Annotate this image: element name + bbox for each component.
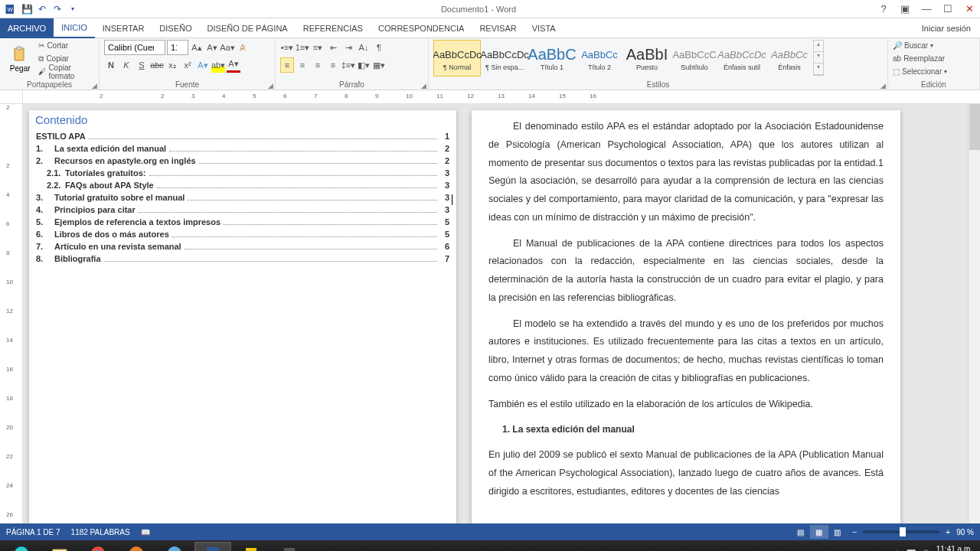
horizontal-ruler[interactable]: 22345678910111213141516 [23, 90, 980, 103]
select-button[interactable]: ⬚Seleccionar▾ [893, 66, 975, 77]
toc-entry[interactable]: 4.Principios para citar3 [36, 204, 449, 216]
help-icon[interactable]: ? [873, 0, 894, 18]
toc-entry[interactable]: 2.1.Tutoriales gratuitos:3 [36, 167, 449, 179]
numbering-icon[interactable]: 1≡▾ [296, 40, 309, 55]
toc-entry[interactable]: 2.2.FAQs about APA Style3 [36, 179, 449, 191]
tab-insertar[interactable]: INSERTAR [95, 18, 152, 38]
italic-icon[interactable]: K [119, 57, 133, 73]
styles-scroll[interactable]: ▴▾▾ [813, 40, 824, 76]
word-taskbar-icon[interactable]: W [194, 542, 231, 551]
align-center-icon[interactable]: ≡ [296, 57, 309, 73]
font-size-combo[interactable] [167, 40, 188, 55]
dialog-launcher-icon[interactable]: ◢ [880, 82, 886, 90]
tab-inicio[interactable]: INICIO [54, 18, 95, 38]
explorer-icon[interactable] [41, 542, 78, 551]
tab-correspondencia[interactable]: CORRESPONDENCIA [371, 18, 472, 38]
multilevel-icon[interactable]: ≡▾ [311, 40, 325, 55]
toc-entry[interactable]: 5.Ejemplos de referencia a textos impres… [36, 216, 449, 228]
subscript-icon[interactable]: x₂ [165, 57, 179, 73]
app2-icon[interactable] [271, 542, 308, 551]
zoom-slider[interactable] [863, 530, 939, 533]
clear-format-icon[interactable]: A̷ [236, 40, 250, 55]
firefox-icon[interactable] [118, 542, 155, 551]
bold-icon[interactable]: N [104, 57, 118, 73]
redo-icon[interactable]: ↷ [51, 2, 64, 16]
page-2[interactable]: El denominado estilo APA es el estándar … [472, 110, 900, 523]
ribbon-display-icon[interactable]: ▣ [894, 0, 916, 18]
save-icon[interactable]: 💾 [20, 2, 34, 16]
strike-icon[interactable]: abc [150, 57, 164, 73]
vertical-scrollbar[interactable] [968, 104, 980, 523]
text-effects-icon[interactable]: A▾ [196, 57, 210, 73]
toc-entry[interactable]: 1.La sexta edición del manual2 [36, 142, 449, 155]
signin-link[interactable]: Iniciar sesión [913, 24, 980, 33]
proofing-icon[interactable]: 📖 [141, 528, 150, 536]
style-normal[interactable]: AaBbCcDc¶ Normal [433, 40, 481, 77]
align-right-icon[interactable]: ≡ [311, 57, 325, 73]
dialog-launcher-icon[interactable]: ◢ [92, 82, 97, 90]
style-ttulo1[interactable]: AaBbCTítulo 1 [528, 40, 576, 77]
find-button[interactable]: 🔎Buscar▾ [893, 40, 975, 51]
zoom-in-icon[interactable]: + [946, 528, 950, 536]
style-ttulo2[interactable]: AaBbCcTítulo 2 [576, 40, 623, 77]
close-icon[interactable]: ✕ [959, 0, 980, 18]
maximize-icon[interactable]: ☐ [937, 0, 959, 18]
justify-icon[interactable]: ≡ [326, 57, 340, 73]
style-puesto[interactable]: AaBbIPuesto [623, 40, 671, 77]
outdent-icon[interactable]: ⇤ [326, 40, 340, 55]
paste-button[interactable]: Pegar [5, 40, 35, 78]
show-marks-icon[interactable]: ¶ [372, 40, 386, 55]
undo-icon[interactable]: ↶ [35, 2, 49, 16]
borders-icon[interactable]: ▦▾ [372, 57, 386, 73]
tab-diseño-de-página[interactable]: DISEÑO DE PÁGINA [200, 18, 296, 38]
qat-customize-icon[interactable]: ▾ [66, 2, 80, 16]
toc-entry[interactable]: ESTILO APA1 [36, 130, 449, 142]
tab-diseño[interactable]: DISEÑO [152, 18, 199, 38]
notes-icon[interactable] [233, 542, 270, 551]
bullets-icon[interactable]: •≡▾ [280, 40, 294, 55]
vertical-ruler[interactable]: 22468101214161820222426 [0, 104, 23, 523]
tab-vista[interactable]: VISTA [524, 18, 564, 38]
ie-icon[interactable] [3, 542, 40, 551]
replace-button[interactable]: abReemplazar [893, 53, 975, 64]
dialog-launcher-icon[interactable]: ◢ [268, 82, 273, 90]
tab-revisar[interactable]: REVISAR [472, 18, 524, 38]
change-case-icon[interactable]: Aa▾ [220, 40, 234, 55]
tab-archivo[interactable]: ARCHIVO [0, 18, 54, 38]
cut-button[interactable]: ✂Cortar [38, 40, 94, 51]
toc-entry[interactable]: 8.Bibliografía7 [36, 253, 449, 265]
grow-font-icon[interactable]: A▴ [190, 40, 204, 55]
zoom-level[interactable]: 90 % [956, 528, 974, 536]
indent-icon[interactable]: ⇥ [341, 40, 355, 55]
scrollbar-thumb[interactable] [969, 104, 980, 150]
toc-entry[interactable]: 2.Recursos en apastyle.org en inglés2 [36, 155, 449, 167]
toc-entry[interactable]: 7.Artículo en una revista semanal6 [36, 240, 449, 253]
app-icon[interactable] [156, 542, 193, 551]
toc-entry[interactable]: 3.Tutorial gratuito sobre el manual3 [36, 191, 449, 204]
font-color-icon[interactable]: A▾ [227, 57, 240, 73]
zoom-out-icon[interactable]: − [853, 528, 858, 536]
style-nfasis[interactable]: AaBbCcÉnfasis [766, 40, 813, 77]
style-sinespa[interactable]: AaBbCcDc¶ Sin espa... [481, 40, 528, 77]
format-painter-button[interactable]: 🖌Copiar formato [38, 66, 94, 77]
minimize-icon[interactable]: — [916, 0, 937, 18]
style-nfasissutil[interactable]: AaBbCcDcÉnfasis sutil [718, 40, 766, 77]
style-subttulo[interactable]: AaBbCcCSubtítulo [671, 40, 718, 77]
word-count[interactable]: 1182 PALABRAS [71, 528, 130, 536]
page-1[interactable]: Contenido ESTILO APA11.La sexta edición … [29, 110, 456, 523]
align-left-icon[interactable]: ≡ [280, 57, 294, 73]
toc-entry[interactable]: 6.Libros de dos o más autores5 [36, 228, 449, 240]
tray-clock[interactable]: 11:41 a.m. 30/04/2014 [934, 545, 972, 551]
shading-icon[interactable]: ◧▾ [357, 57, 371, 73]
line-spacing-icon[interactable]: ‡≡▾ [341, 57, 355, 73]
superscript-icon[interactable]: x² [181, 57, 194, 73]
read-mode-icon[interactable]: ▤ [792, 525, 810, 539]
underline-icon[interactable]: S [135, 57, 149, 73]
page-status[interactable]: PÁGINA 1 DE 7 [6, 528, 60, 536]
sort-icon[interactable]: A↓ [357, 40, 371, 55]
shrink-font-icon[interactable]: A▾ [205, 40, 219, 55]
chrome-icon[interactable] [80, 542, 116, 551]
print-layout-icon[interactable]: ▦ [810, 525, 828, 539]
highlight-icon[interactable]: ab▾ [211, 57, 225, 73]
web-layout-icon[interactable]: ▥ [828, 525, 847, 539]
